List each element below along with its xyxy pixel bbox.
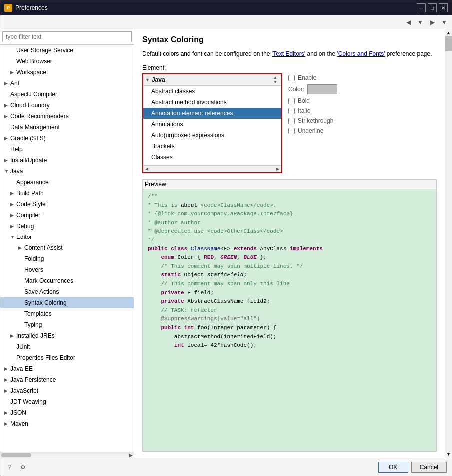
bottom-icons: ? ⚙: [5, 463, 27, 472]
scroll-thumb[interactable]: [445, 36, 452, 51]
minimize-button[interactable]: ─: [417, 3, 426, 12]
help-icon[interactable]: ?: [5, 463, 14, 472]
tree-arrow: [4, 364, 10, 373]
sidebar-item-user-storage[interactable]: User Storage Service: [0, 45, 134, 56]
text-editors-link[interactable]: 'Text Editors': [272, 50, 305, 57]
forward-button[interactable]: ▶: [427, 17, 438, 28]
close-button[interactable]: ✕: [439, 3, 448, 12]
sidebar-item-junit[interactable]: JUnit: [0, 341, 134, 352]
italic-checkbox[interactable]: [288, 108, 295, 114]
cancel-button[interactable]: Cancel: [411, 462, 447, 473]
sidebar-item-workspace[interactable]: Workspace: [0, 67, 134, 78]
sidebar-hscrollbar-right[interactable]: ▶: [129, 453, 133, 458]
list-hscrollbar[interactable]: ◀ ▶: [143, 165, 281, 172]
settings-icon[interactable]: ⚙: [18, 463, 27, 472]
element-list-item[interactable]: Annotations: [143, 119, 281, 130]
java-group-arrow: ▼: [145, 77, 150, 82]
sidebar-item-javascript[interactable]: JavaScript: [0, 385, 134, 396]
strikethrough-label: Strikethrough: [298, 117, 333, 124]
element-list-item[interactable]: Abstract method invocations: [143, 97, 281, 108]
strikethrough-checkbox[interactable]: [288, 118, 295, 124]
list-scroll-down[interactable]: ▼: [273, 80, 279, 84]
sidebar-item-code-style[interactable]: Code Style: [0, 199, 134, 210]
strikethrough-row: Strikethrough: [288, 117, 337, 124]
sidebar-item-java-persistence[interactable]: Java Persistence: [0, 374, 134, 385]
element-list-item[interactable]: Abstract classes: [143, 86, 281, 97]
sidebar-item-appearance[interactable]: Appearance: [0, 177, 134, 188]
tree-arrow: [4, 112, 10, 121]
sidebar-item-web-browser[interactable]: Web Browser: [0, 56, 134, 67]
list-scroll-left[interactable]: ◀: [145, 167, 148, 171]
sidebar-item-label: Appearance: [16, 178, 49, 187]
element-list-item[interactable]: Brackets: [143, 141, 281, 152]
preview-label: Preview:: [143, 180, 436, 189]
list-scroll-right[interactable]: ▶: [276, 167, 279, 171]
search-input[interactable]: [2, 31, 132, 42]
tree-arrow: [10, 222, 16, 231]
sidebar-item-syntax-coloring[interactable]: Syntax Coloring: [0, 297, 134, 308]
sidebar-item-hovers[interactable]: Hovers: [0, 264, 134, 275]
sidebar-item-json[interactable]: JSON: [0, 407, 134, 418]
sidebar-item-debug[interactable]: Debug: [0, 221, 134, 232]
maximize-button[interactable]: □: [428, 3, 437, 12]
preferences-window: P Preferences ─ □ ✕ ◀ ▼ ▶ ▼ User: [0, 0, 452, 476]
sidebar-item-data-management[interactable]: Data Management: [0, 122, 134, 133]
sidebar-item-properties-files[interactable]: Properties Files Editor: [0, 352, 134, 363]
element-options: Enable Color: Bold Italic: [288, 73, 337, 173]
code-line: // TASK: refactor: [148, 306, 431, 315]
sidebar-item-cloud-foundry[interactable]: Cloud Foundry: [0, 100, 134, 111]
sidebar-item-editor[interactable]: Editor: [0, 232, 134, 242]
sidebar-item-mark-occurrences[interactable]: Mark Occurrences: [0, 275, 134, 286]
scroll-up-arrow[interactable]: ▲: [445, 29, 452, 36]
element-list-item[interactable]: Classes: [143, 152, 281, 163]
sidebar-item-help[interactable]: Help: [0, 144, 134, 155]
enable-checkbox[interactable]: [288, 75, 295, 81]
element-list-item-selected[interactable]: Annotation element references: [143, 108, 281, 119]
sidebar-item-build-path[interactable]: Build Path: [0, 188, 134, 199]
back-button[interactable]: ◀: [403, 17, 414, 28]
element-list-item[interactable]: Auto(un)boxed expressions: [143, 130, 281, 141]
sidebar-item-maven[interactable]: Maven: [0, 418, 134, 429]
element-list-header[interactable]: ▼ Java ▲ ▼: [143, 74, 281, 86]
right-scrollbar[interactable]: ▲ ▼: [445, 29, 452, 458]
scroll-down-arrow[interactable]: ▼: [445, 451, 452, 458]
sidebar-item-java-ee[interactable]: Java EE: [0, 363, 134, 374]
back-dropdown-button[interactable]: ▼: [415, 17, 426, 28]
sidebar-item-save-actions[interactable]: Save Actions: [0, 286, 134, 297]
code-line: * @author author: [148, 219, 431, 228]
tree-arrow: [4, 408, 10, 417]
sidebar-hscrollbar[interactable]: ▶: [0, 452, 134, 458]
element-list-container: ▼ Java ▲ ▼ Abstract classes Abstract met…: [142, 73, 282, 173]
color-picker[interactable]: [307, 84, 337, 94]
sidebar-item-install-update[interactable]: Install/Update: [0, 155, 134, 166]
sidebar-item-compiler[interactable]: Compiler: [0, 210, 134, 221]
code-line: public int foo(Integer parameter) {: [148, 324, 431, 333]
sidebar-item-jdt-weaving[interactable]: JDT Weaving: [0, 396, 134, 407]
ok-button[interactable]: OK: [378, 462, 408, 473]
bold-checkbox[interactable]: [288, 98, 295, 104]
forward-dropdown-button[interactable]: ▼: [439, 17, 450, 28]
preview-section: Preview: /** * This is about <code>Class…: [142, 179, 437, 452]
sidebar-item-label: Workspace: [16, 68, 46, 77]
tree-arrow: [10, 211, 16, 220]
colors-fonts-link[interactable]: 'Colors and Fonts': [337, 50, 385, 57]
scroll-track[interactable]: [445, 36, 452, 451]
sidebar-item-label: Content Assist: [24, 243, 63, 252]
sidebar-item-templates[interactable]: Templates: [0, 308, 134, 319]
sidebar-item-installed-jres[interactable]: Installed JREs: [0, 330, 134, 341]
sidebar-item-ant[interactable]: Ant: [0, 78, 134, 89]
sidebar-item-code-recommenders[interactable]: Code Recommenders: [0, 111, 134, 122]
sidebar-item-aspectj[interactable]: AspectJ Compiler: [0, 89, 134, 100]
sidebar-item-typing[interactable]: Typing: [0, 319, 134, 330]
element-list-scroll[interactable]: Abstract classes Abstract method invocat…: [143, 86, 281, 165]
sidebar-item-label: Mark Occurrences: [24, 276, 73, 285]
list-scroll-up[interactable]: ▲: [273, 75, 279, 80]
sidebar-item-java[interactable]: Java: [0, 166, 134, 177]
sidebar-item-gradle[interactable]: Gradle (STS): [0, 133, 134, 144]
sidebar-item-content-assist[interactable]: Content Assist: [0, 242, 134, 253]
tree-container[interactable]: User Storage Service Web Browser Workspa…: [0, 45, 134, 452]
sidebar-item-label: Java: [10, 167, 23, 176]
sidebar-item-folding[interactable]: Folding: [0, 253, 134, 264]
underline-checkbox[interactable]: [288, 128, 295, 134]
tree-arrow: [10, 68, 16, 77]
